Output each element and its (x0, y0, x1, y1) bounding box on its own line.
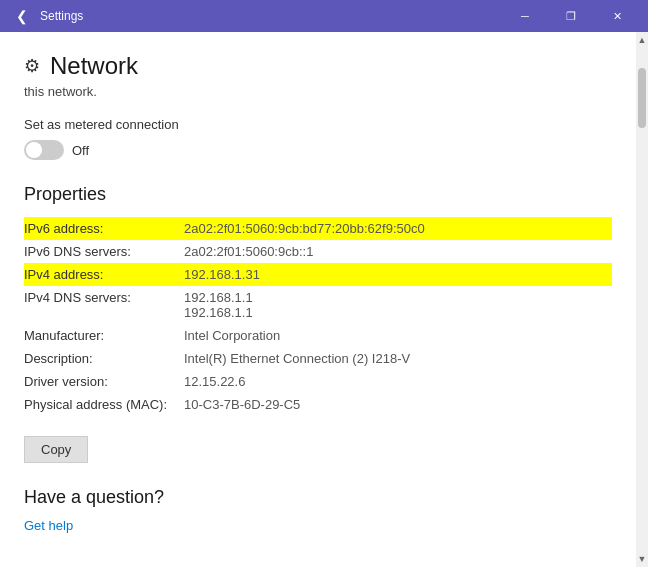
scrollbar-down-button[interactable]: ▼ (636, 551, 648, 567)
table-row: IPv4 address:192.168.1.31 (24, 263, 612, 286)
scrollbar-up-button[interactable]: ▲ (636, 32, 648, 48)
back-button[interactable]: ❮ (8, 2, 36, 30)
prop-label: IPv4 address: (24, 263, 184, 286)
scroll-up-icon: ▲ (638, 35, 647, 45)
content-area: ⚙ Network this network. Set as metered c… (0, 32, 636, 567)
restore-button[interactable]: ❐ (548, 0, 594, 32)
scrollbar-thumb[interactable] (638, 68, 646, 128)
get-help-link[interactable]: Get help (24, 518, 73, 533)
prop-label: Driver version: (24, 370, 184, 393)
table-row: Manufacturer:Intel Corporation (24, 324, 612, 347)
page-header: ⚙ Network (24, 52, 612, 80)
table-row: Description:Intel(R) Ethernet Connection… (24, 347, 612, 370)
gear-icon: ⚙ (24, 55, 40, 77)
toggle-state-label: Off (72, 143, 89, 158)
prop-value: 192.168.1.31 (184, 263, 612, 286)
subtitle: this network. (24, 84, 612, 99)
close-button[interactable]: ✕ (594, 0, 640, 32)
close-icon: ✕ (613, 10, 622, 23)
table-row: IPv4 DNS servers:192.168.1.1192.168.1.1 (24, 286, 612, 324)
prop-value: Intel Corporation (184, 324, 612, 347)
titlebar: ❮ Settings ─ ❐ ✕ (0, 0, 648, 32)
back-icon: ❮ (16, 8, 28, 24)
prop-label: Description: (24, 347, 184, 370)
table-row: IPv6 address:2a02:2f01:5060:9cb:bd77:20b… (24, 217, 612, 240)
scroll-down-icon: ▼ (638, 554, 647, 564)
prop-label: IPv4 DNS servers: (24, 286, 184, 324)
restore-icon: ❐ (566, 10, 576, 23)
prop-label: IPv6 address: (24, 217, 184, 240)
table-row: IPv6 DNS servers:2a02:2f01:5060:9cb::1 (24, 240, 612, 263)
prop-value: Intel(R) Ethernet Connection (2) I218-V (184, 347, 612, 370)
metered-toggle[interactable] (24, 140, 64, 160)
prop-value: 12.15.22.6 (184, 370, 612, 393)
metered-label: Set as metered connection (24, 117, 612, 132)
prop-label: Manufacturer: (24, 324, 184, 347)
prop-label: Physical address (MAC): (24, 393, 184, 416)
properties-table: IPv6 address:2a02:2f01:5060:9cb:bd77:20b… (24, 217, 612, 416)
scrollbar: ▲ ▼ (636, 32, 648, 567)
minimize-button[interactable]: ─ (502, 0, 548, 32)
table-row: Driver version:12.15.22.6 (24, 370, 612, 393)
copy-button[interactable]: Copy (24, 436, 88, 463)
page-title: Network (50, 52, 138, 80)
table-row: Physical address (MAC):10-C3-7B-6D-29-C5 (24, 393, 612, 416)
properties-title: Properties (24, 184, 612, 205)
titlebar-title: Settings (40, 9, 502, 23)
window-controls: ─ ❐ ✕ (502, 0, 640, 32)
minimize-icon: ─ (521, 10, 529, 22)
prop-value: 10-C3-7B-6D-29-C5 (184, 393, 612, 416)
prop-value: 2a02:2f01:5060:9cb:bd77:20bb:62f9:50c0 (184, 217, 612, 240)
prop-value: 192.168.1.1192.168.1.1 (184, 286, 612, 324)
toggle-row: Off (24, 140, 612, 160)
prop-value: 2a02:2f01:5060:9cb::1 (184, 240, 612, 263)
main-area: ⚙ Network this network. Set as metered c… (0, 32, 648, 567)
question-title: Have a question? (24, 487, 612, 508)
prop-label: IPv6 DNS servers: (24, 240, 184, 263)
